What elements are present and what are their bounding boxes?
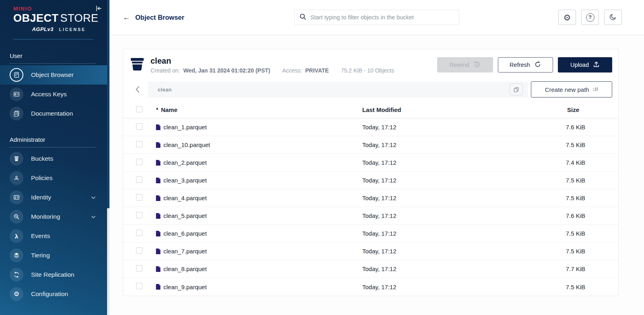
row-checkbox[interactable] <box>136 194 142 201</box>
row-checkbox[interactable] <box>136 247 142 254</box>
object-modified: Today, 17:12 <box>362 248 518 255</box>
bucket-header: clean Created on: Wed, Jan 31 2024 01:02… <box>123 49 618 79</box>
sidebar-item-events[interactable]: λ Events <box>0 226 109 246</box>
rewind-button[interactable]: Rewind <box>437 57 493 73</box>
row-checkbox[interactable] <box>136 159 142 165</box>
object-browser-icon <box>10 68 23 82</box>
settings-button[interactable]: ⚙ <box>558 10 576 25</box>
object-modified: Today, 17:12 <box>362 230 518 237</box>
table-row[interactable]: clean_2.parquet Today, 17:12 7.4 KiB <box>123 154 618 172</box>
section-label-user: User <box>10 52 109 59</box>
refresh-button[interactable]: Refresh <box>498 57 553 73</box>
sidebar-scrollbar-thumb[interactable] <box>107 0 109 208</box>
column-header-size[interactable]: Size <box>518 106 619 113</box>
bucket-actions: Rewind Refresh Upload <box>437 57 612 73</box>
table-row[interactable]: clean_5.parquet Today, 17:12 7.6 KiB <box>123 207 618 225</box>
agpl-badge: AGPLv3 <box>32 26 54 32</box>
path-back-chevron-icon[interactable] <box>130 81 145 97</box>
sidebar-item-configuration[interactable]: ⚙ Configuration <box>0 284 109 304</box>
sidebar-scrollbar-track[interactable] <box>107 0 109 315</box>
table-row[interactable]: clean_7.parquet Today, 17:12 7.5 KiB <box>123 242 618 260</box>
sidebar-item-site-replication[interactable]: Site Replication <box>0 265 109 284</box>
logo-divider <box>13 39 93 39</box>
gear-icon: ⚙ <box>564 13 571 22</box>
sidebar-item-identity[interactable]: Identity <box>0 188 109 207</box>
table-row[interactable]: clean_6.parquet Today, 17:12 7.5 KiB <box>123 225 618 242</box>
row-checkbox[interactable] <box>136 283 142 289</box>
object-name[interactable]: clean_5.parquet <box>163 212 207 219</box>
back-arrow-icon[interactable]: ← <box>123 13 130 22</box>
bucket-meta: Created on: Wed, Jan 31 2024 01:02:20 (P… <box>151 67 394 74</box>
question-icon: ? <box>586 13 594 22</box>
table-row[interactable]: clean_9.parquet Today, 17:12 7.5 KiB <box>123 278 618 296</box>
sidebar-item-access-keys[interactable]: Access Keys <box>0 85 109 104</box>
table-row[interactable]: clean_8.parquet Today, 17:12 7.7 KiB <box>123 260 618 278</box>
dark-mode-button[interactable] <box>604 10 622 25</box>
sidebar: MINIO OBJECTSTORE AGPLv3 LICENSE User Ob… <box>0 0 109 315</box>
file-icon <box>155 230 161 237</box>
row-checkbox[interactable] <box>136 212 142 218</box>
object-name[interactable]: clean_8.parquet <box>163 265 207 272</box>
row-checkbox[interactable] <box>136 123 142 130</box>
row-checkbox[interactable] <box>136 230 142 236</box>
search-input[interactable] <box>310 14 454 21</box>
top-header: ← Object Browser ⚙ ? <box>109 0 644 35</box>
object-name[interactable]: clean_9.parquet <box>163 284 207 290</box>
identity-icon <box>10 191 23 204</box>
sidebar-item-documentation[interactable]: Documentation <box>0 104 109 123</box>
object-modified: Today, 17:12 <box>362 124 518 131</box>
object-name[interactable]: clean_10.parquet <box>163 141 210 148</box>
section-divider <box>10 63 96 64</box>
object-name[interactable]: clean_2.parquet <box>163 159 207 166</box>
file-icon <box>155 195 161 201</box>
object-name[interactable]: clean_4.parquet <box>163 195 207 201</box>
help-button[interactable]: ? <box>581 10 599 25</box>
sidebar-item-buckets[interactable]: Buckets <box>0 149 109 168</box>
table-row[interactable]: clean_4.parquet Today, 17:12 7.5 KiB <box>123 189 618 207</box>
table-row[interactable]: clean_10.parquet Today, 17:12 7.5 KiB <box>123 136 618 154</box>
table-row[interactable]: clean_1.parquet Today, 17:12 7.6 KiB <box>123 118 618 136</box>
object-modified: Today, 17:12 <box>362 195 518 201</box>
table-row[interactable]: clean_3.parquet Today, 17:12 7.5 KiB <box>123 172 618 189</box>
create-new-path-button[interactable]: Create new path :// <box>531 81 612 97</box>
select-all-checkbox[interactable] <box>136 106 142 112</box>
object-name[interactable]: clean_3.parquet <box>163 177 207 184</box>
column-header-name[interactable]: ▲ Name <box>155 106 362 113</box>
sidebar-item-object-browser[interactable]: Object Browser <box>0 65 109 85</box>
filter-objects-search[interactable] <box>294 10 459 25</box>
file-icon <box>155 177 161 184</box>
object-name[interactable]: clean_6.parquet <box>163 230 207 237</box>
object-store-title: OBJECTSTORE <box>13 12 87 25</box>
upload-button[interactable]: Upload <box>558 57 612 73</box>
access-keys-icon <box>10 87 23 101</box>
column-header-modified[interactable]: Last Modified <box>362 106 518 113</box>
object-size: 7.6 KiB <box>518 212 619 219</box>
object-size: 7.5 KiB <box>518 177 619 184</box>
row-checkbox[interactable] <box>136 141 142 147</box>
sidebar-item-monitoring[interactable]: Monitoring <box>0 207 109 226</box>
current-path-pill[interactable]: clean <box>148 81 528 97</box>
row-checkbox[interactable] <box>136 265 142 271</box>
refresh-icon <box>534 61 541 69</box>
object-name[interactable]: clean_1.parquet <box>163 124 207 131</box>
license-label: LICENSE <box>59 27 86 32</box>
object-modified: Today, 17:12 <box>362 159 518 166</box>
sidebar-item-policies[interactable]: Policies <box>0 168 109 188</box>
copy-path-button[interactable] <box>510 83 523 95</box>
chevron-down-icon[interactable] <box>91 213 96 220</box>
minio-logo: MINIO OBJECTSTORE AGPLv3 LICENSE <box>0 0 87 33</box>
file-icon <box>155 213 161 219</box>
file-icon <box>155 142 161 148</box>
object-size: 7.5 KiB <box>518 195 619 201</box>
chevron-down-icon[interactable] <box>91 194 96 201</box>
collapse-sidebar-icon[interactable] <box>94 4 103 13</box>
documentation-icon <box>10 107 23 120</box>
sort-asc-icon: ▲ <box>155 106 159 110</box>
policies-icon <box>10 171 23 185</box>
bucket-name: clean <box>151 56 394 66</box>
sidebar-item-tiering[interactable]: Tiering <box>0 246 109 265</box>
file-icon <box>155 248 161 255</box>
configuration-gear-icon: ⚙ <box>10 287 23 301</box>
row-checkbox[interactable] <box>136 176 142 183</box>
object-name[interactable]: clean_7.parquet <box>163 248 207 255</box>
